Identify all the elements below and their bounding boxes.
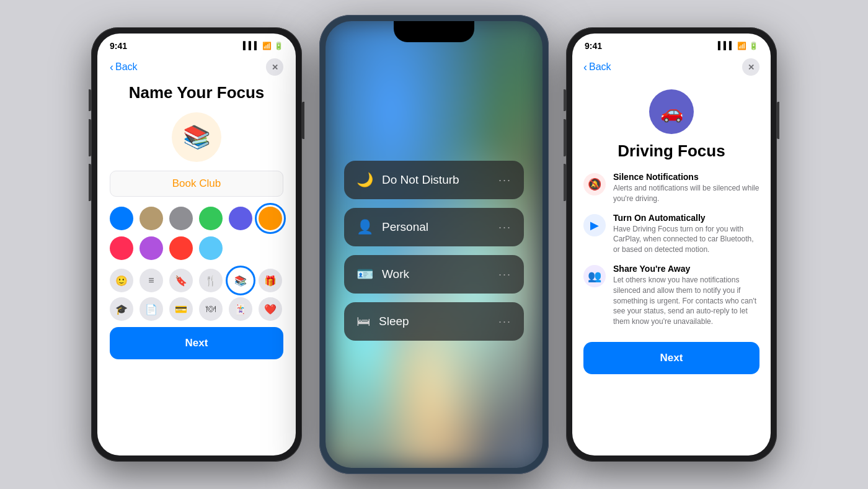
color-indigo[interactable] bbox=[229, 207, 252, 230]
chevron-left-icon: ‹ bbox=[110, 61, 113, 74]
icon-list[interactable]: ≡ bbox=[140, 269, 163, 292]
auto-title: Turn On Automatically bbox=[613, 213, 760, 223]
share-icon: 👥 bbox=[583, 265, 606, 287]
focus-item-dnd-label: Do Not Disturb bbox=[382, 173, 490, 187]
share-desc: Let others know you have notifications s… bbox=[613, 275, 760, 327]
back-button[interactable]: ‹ Back bbox=[583, 61, 611, 74]
color-teal[interactable] bbox=[199, 236, 223, 260]
feature-share: 👥 Share You're Away Let others know you … bbox=[583, 264, 760, 327]
focus-name-input[interactable]: Book Club bbox=[110, 171, 283, 197]
color-red[interactable] bbox=[169, 236, 193, 260]
phone2-notch bbox=[394, 21, 474, 42]
icon-graduation[interactable]: 🎓 bbox=[110, 297, 133, 321]
color-row-2 bbox=[110, 236, 283, 260]
sleep-more-icon[interactable]: ··· bbox=[498, 315, 512, 328]
page-title: Name Your Focus bbox=[110, 83, 283, 102]
moon-icon: 🌙 bbox=[356, 172, 373, 188]
phone1-time: 9:41 bbox=[110, 41, 127, 51]
feature-auto-text: Turn On Automatically Have Driving Focus… bbox=[613, 213, 760, 255]
signal-icon: ▍▍▍ bbox=[243, 42, 260, 50]
icon-gift[interactable]: 🎁 bbox=[259, 269, 282, 292]
close-icon: ✕ bbox=[272, 63, 278, 72]
phones-container: 9:41 ▍▍▍ 📶 🔋 ‹ Back ✕ Name You bbox=[0, 0, 868, 489]
person-icon: 👤 bbox=[356, 219, 373, 235]
wifi-icon: 📶 bbox=[262, 42, 272, 50]
dnd-more-icon[interactable]: ··· bbox=[498, 174, 512, 187]
color-gray[interactable] bbox=[169, 207, 193, 230]
focus-item-sleep-label: Sleep bbox=[379, 315, 490, 328]
back-button[interactable]: ‹ Back bbox=[110, 61, 138, 74]
phone1: 9:41 ▍▍▍ 📶 🔋 ‹ Back ✕ Name You bbox=[91, 27, 302, 462]
driving-title: Driving Focus bbox=[583, 141, 760, 161]
color-purple[interactable] bbox=[140, 236, 163, 260]
silence-title: Silence Notifications bbox=[613, 172, 760, 182]
focus-item-personal[interactable]: 👤 Personal ··· bbox=[344, 208, 524, 246]
icon-emoji[interactable]: 🙂 bbox=[110, 269, 133, 292]
silence-desc: Alerts and notifications will be silence… bbox=[613, 183, 760, 204]
icon-books[interactable]: 📚 bbox=[229, 269, 252, 292]
color-orange[interactable] bbox=[259, 207, 282, 230]
icon-dining[interactable]: 🍽 bbox=[199, 297, 223, 321]
icon-health[interactable]: ❤️ bbox=[259, 297, 282, 321]
feature-silence-text: Silence Notifications Alerts and notific… bbox=[613, 172, 760, 204]
personal-more-icon[interactable]: ··· bbox=[498, 221, 512, 234]
feature-silence: 🔕 Silence Notifications Alerts and notif… bbox=[583, 172, 760, 204]
phone3-status-bar: 9:41 ▍▍▍ 📶 🔋 bbox=[572, 34, 771, 53]
focus-item-work[interactable]: 🪪 Work ··· bbox=[344, 255, 524, 294]
auto-desc: Have Driving Focus turn on for you with … bbox=[613, 224, 760, 255]
work-icon: 🪪 bbox=[356, 266, 373, 282]
feature-share-text: Share You're Away Let others know you ha… bbox=[613, 264, 760, 327]
share-title: Share You're Away bbox=[613, 264, 760, 274]
driving-icon: 🚗 bbox=[649, 89, 694, 134]
phone1-nav: ‹ Back ✕ bbox=[110, 53, 283, 83]
phone3-time: 9:41 bbox=[585, 41, 602, 51]
battery-icon: 🔋 bbox=[749, 42, 758, 50]
color-green[interactable] bbox=[199, 207, 223, 230]
color-tan[interactable] bbox=[140, 207, 163, 230]
phone2-content: 🌙 Do Not Disturb ··· 👤 Personal ··· 🪪 Wo… bbox=[326, 21, 542, 468]
close-icon: ✕ bbox=[748, 63, 755, 72]
battery-icon: 🔋 bbox=[274, 42, 283, 50]
next-button[interactable]: Next bbox=[110, 327, 283, 359]
wifi-icon: 📶 bbox=[737, 42, 746, 50]
close-button[interactable]: ✕ bbox=[742, 58, 760, 76]
auto-icon: ▶ bbox=[583, 214, 606, 236]
focus-item-sleep[interactable]: 🛏 Sleep ··· bbox=[344, 302, 524, 341]
icon-fork[interactable]: 🍴 bbox=[199, 269, 223, 292]
close-button[interactable]: ✕ bbox=[266, 58, 283, 76]
bed-icon: 🛏 bbox=[356, 313, 370, 330]
chevron-left-icon: ‹ bbox=[583, 61, 587, 74]
phone1-status-bar: 9:41 ▍▍▍ 📶 🔋 bbox=[97, 34, 296, 53]
focus-item-personal-label: Personal bbox=[382, 220, 490, 234]
next-button[interactable]: Next bbox=[583, 342, 760, 374]
back-label: Back bbox=[115, 61, 138, 73]
phone3: 9:41 ▍▍▍ 📶 🔋 ‹ Back ✕ bbox=[566, 27, 777, 462]
icon-cards[interactable]: 🃏 bbox=[229, 297, 252, 321]
focus-icon[interactable]: 📚 bbox=[172, 112, 221, 162]
signal-icon: ▍▍▍ bbox=[718, 42, 735, 50]
focus-item-dnd[interactable]: 🌙 Do Not Disturb ··· bbox=[344, 161, 524, 199]
icon-bookmark[interactable]: 🔖 bbox=[169, 269, 193, 292]
focus-item-work-label: Work bbox=[382, 267, 490, 281]
feature-auto: ▶ Turn On Automatically Have Driving Foc… bbox=[583, 213, 760, 255]
icon-document[interactable]: 📄 bbox=[140, 297, 163, 321]
color-row-1 bbox=[110, 207, 283, 230]
phone2: 🌙 Do Not Disturb ··· 👤 Personal ··· 🪪 Wo… bbox=[319, 15, 549, 474]
phone3-status-icons: ▍▍▍ 📶 🔋 bbox=[718, 42, 758, 50]
phone3-nav: ‹ Back ✕ bbox=[583, 53, 760, 83]
phone1-status-icons: ▍▍▍ 📶 🔋 bbox=[243, 42, 283, 50]
work-more-icon[interactable]: ··· bbox=[498, 268, 512, 281]
silence-icon: 🔕 bbox=[583, 173, 606, 195]
icon-card[interactable]: 💳 bbox=[169, 297, 193, 321]
color-pink[interactable] bbox=[110, 236, 133, 260]
icon-grid: 🙂 ≡ 🔖 🍴 📚 🎁 🎓 📄 💳 🍽 🃏 ❤️ bbox=[110, 269, 283, 321]
focus-icon-emoji: 📚 bbox=[183, 124, 211, 150]
color-blue[interactable] bbox=[110, 207, 133, 230]
back-label: Back bbox=[589, 61, 611, 73]
car-icon: 🚗 bbox=[660, 101, 683, 123]
